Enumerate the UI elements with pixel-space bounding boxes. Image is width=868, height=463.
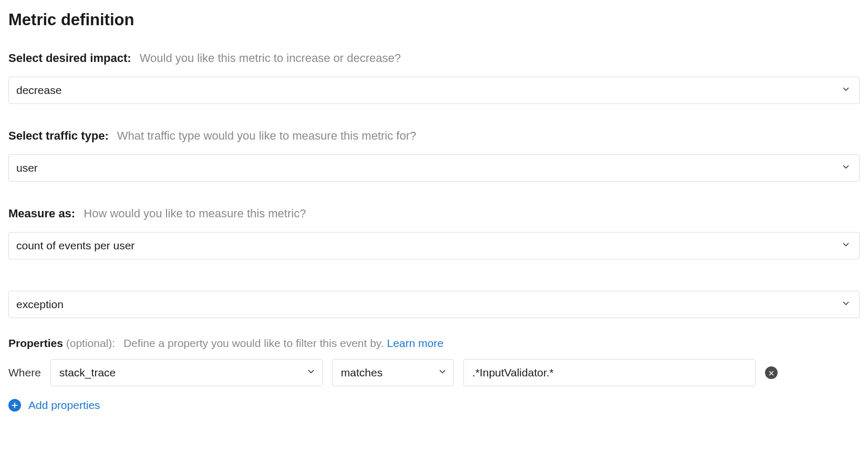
traffic-select-value: user — [16, 162, 38, 174]
measure-section: Measure as: How would you like to measur… — [8, 207, 860, 318]
filter-property-value: stack_trace — [59, 366, 116, 379]
chevron-down-icon — [841, 84, 851, 97]
chevron-down-icon — [841, 239, 851, 252]
traffic-label: Select traffic type: — [8, 129, 109, 142]
remove-filter-button[interactable] — [765, 366, 778, 379]
where-label: Where — [8, 366, 41, 379]
impact-section: Select desired impact: Would you like th… — [8, 51, 860, 104]
measure-agg-select[interactable]: count of events per user — [8, 232, 860, 259]
impact-label: Select desired impact: — [8, 51, 131, 65]
chevron-down-icon — [841, 298, 851, 311]
plus-icon — [8, 399, 21, 412]
impact-hint: Would you like this metric to increase o… — [140, 51, 401, 65]
properties-optional: (optional): — [66, 337, 115, 349]
traffic-hint: What traffic type would you like to meas… — [117, 129, 416, 142]
add-properties-button[interactable]: Add properties — [8, 399, 860, 412]
add-properties-label: Add properties — [28, 399, 100, 412]
filter-operator-select[interactable]: matches — [332, 359, 454, 386]
filter-row: Where stack_trace matches — [8, 359, 860, 386]
properties-label: Properties — [8, 337, 63, 349]
measure-event-select[interactable]: exception — [8, 291, 860, 318]
traffic-select[interactable]: user — [8, 154, 860, 182]
impact-select-value: decrease — [16, 84, 61, 97]
filter-value-input[interactable] — [463, 359, 756, 386]
measure-event-value: exception — [16, 298, 64, 311]
properties-section: Properties (optional): Define a property… — [8, 337, 860, 412]
chevron-down-icon — [841, 162, 851, 174]
chevron-down-icon — [306, 366, 316, 379]
filter-property-select[interactable]: stack_trace — [50, 359, 323, 386]
chevron-down-icon — [438, 366, 447, 379]
filter-operator-value: matches — [341, 366, 383, 379]
measure-agg-value: count of events per user — [16, 239, 135, 252]
close-icon — [768, 367, 774, 379]
measure-label: Measure as: — [8, 207, 75, 220]
properties-desc: Define a property you would like to filt… — [123, 337, 384, 349]
properties-learn-more-link[interactable]: Learn more — [387, 337, 443, 349]
page-title: Metric definition — [8, 10, 860, 29]
measure-hint: How would you like to measure this metri… — [84, 207, 306, 220]
traffic-section: Select traffic type: What traffic type w… — [8, 129, 860, 182]
impact-select[interactable]: decrease — [8, 77, 860, 104]
